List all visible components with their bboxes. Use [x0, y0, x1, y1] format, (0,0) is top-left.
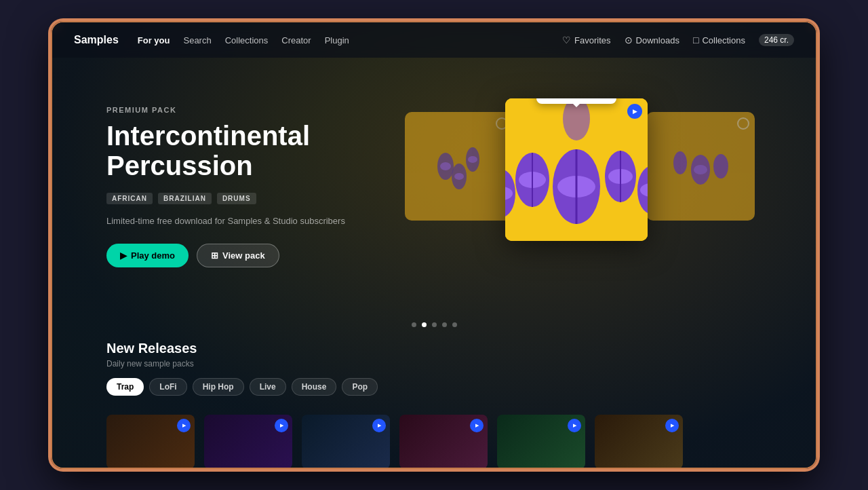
- svg-point-2: [440, 162, 451, 170]
- play-icon: ▶: [120, 250, 127, 261]
- collections-button[interactable]: □ Collections: [693, 35, 745, 45]
- tooltip-line2: Percussion: [555, 98, 599, 100]
- hero-buttons: ▶ Play demo ⊞ View pack: [106, 244, 391, 267]
- nav-link-collections[interactable]: Collections: [225, 35, 269, 45]
- hero-description: Limited-time free download for Samples &…: [106, 215, 391, 227]
- album-card-left: [405, 112, 513, 221]
- filter-hiphop[interactable]: Hip Hop: [193, 378, 244, 396]
- tag-brazilian: BRAZILIAN: [158, 193, 212, 204]
- filter-live[interactable]: Live: [250, 378, 286, 396]
- svg-point-4: [468, 156, 477, 163]
- tag-drums: DRUMS: [217, 193, 256, 204]
- download-icon: ⊙: [625, 35, 633, 45]
- carousel-dots: [52, 316, 816, 341]
- grid-icon: ⊞: [211, 250, 218, 261]
- heart-icon: ♡: [562, 35, 571, 45]
- svg-point-6: [454, 173, 464, 180]
- favorites-label: Favorites: [574, 35, 610, 45]
- sample-card-3-play[interactable]: ▶: [372, 419, 386, 432]
- svg-point-24: [694, 165, 707, 174]
- dot-4[interactable]: [442, 322, 447, 327]
- play-demo-button[interactable]: ▶ Play demo: [106, 244, 189, 267]
- album-card-main[interactable]: Intercontinental Percussion ▶: [505, 98, 648, 241]
- collections-label: Collections: [702, 35, 745, 45]
- sample-cards-row: ▶ ▶ ▶ ▶ ▶ ▶: [52, 407, 816, 469]
- new-releases-title: New Releases: [106, 341, 762, 356]
- nav-right: ♡ Favorites ⊙ Downloads □ Collections 24…: [562, 34, 794, 46]
- nav-link-plugin[interactable]: Plugin: [325, 35, 349, 45]
- downloads-label: Downloads: [636, 35, 679, 45]
- dot-2[interactable]: [422, 322, 427, 327]
- dot-3[interactable]: [432, 322, 437, 327]
- favorites-button[interactable]: ♡ Favorites: [562, 35, 610, 45]
- filter-tags: Trap LoFi Hip Hop Live House Pop: [106, 378, 762, 396]
- play-icon-s5: ▶: [573, 423, 576, 428]
- sample-card-5-play[interactable]: ▶: [568, 419, 581, 432]
- filter-pop[interactable]: Pop: [342, 378, 378, 396]
- nav-links: For you Search Collections Creator Plugi…: [138, 35, 562, 45]
- svg-point-25: [673, 151, 687, 174]
- hero-tags: AFRICAN BRAZILIAN DRUMS: [106, 193, 391, 204]
- filter-lofi[interactable]: LoFi: [149, 378, 186, 396]
- dot-1[interactable]: [412, 322, 416, 327]
- album-card-right: [646, 112, 755, 221]
- premium-label: PREMIUM PACK: [106, 106, 391, 114]
- navbar: Samples For you Search Collections Creat…: [52, 22, 816, 58]
- sample-card-3[interactable]: ▶: [302, 415, 390, 469]
- card-right-play-indicator: [737, 117, 749, 130]
- play-icon-s2: ▶: [280, 423, 283, 428]
- sample-card-2-play[interactable]: ▶: [275, 419, 288, 432]
- folder-icon: □: [693, 35, 698, 45]
- nav-link-foryou[interactable]: For you: [138, 35, 170, 45]
- new-releases-section: New Releases Daily new sample packs Trap…: [52, 341, 816, 407]
- dot-5[interactable]: [452, 322, 457, 327]
- hero-content: PREMIUM PACK Intercontinental Percussion…: [106, 106, 391, 267]
- play-icon-main: ▶: [633, 108, 637, 115]
- sample-card-5[interactable]: ▶: [497, 415, 585, 469]
- filter-trap[interactable]: Trap: [106, 378, 144, 396]
- filter-house[interactable]: House: [292, 378, 337, 396]
- credits-badge: 246 cr.: [759, 34, 794, 46]
- svg-point-26: [713, 154, 728, 178]
- sample-card-6-play[interactable]: ▶: [665, 419, 679, 432]
- play-icon-s4: ▶: [475, 423, 479, 428]
- play-icon-s1: ▶: [182, 423, 186, 428]
- sample-card-1-play[interactable]: ▶: [177, 419, 191, 432]
- sample-card-4-play[interactable]: ▶: [470, 419, 484, 432]
- album-tooltip: Intercontinental Percussion: [536, 98, 616, 104]
- new-releases-subtitle: Daily new sample packs: [106, 359, 762, 369]
- tag-african: AFRICAN: [106, 193, 153, 204]
- hero-images: Intercontinental Percussion ▶: [391, 92, 762, 282]
- downloads-button[interactable]: ⊙ Downloads: [625, 35, 679, 45]
- sample-card-6[interactable]: ▶: [595, 415, 683, 469]
- hero-title: Intercontinental Percussion: [106, 121, 391, 181]
- main-card-play-indicator[interactable]: ▶: [627, 104, 642, 119]
- sample-card-1[interactable]: ▶: [106, 415, 195, 469]
- play-icon-s3: ▶: [378, 423, 381, 428]
- nav-logo: Samples: [74, 34, 119, 46]
- nav-link-creator[interactable]: Creator: [281, 35, 311, 45]
- play-icon-s6: ▶: [671, 423, 674, 428]
- nav-link-search[interactable]: Search: [183, 35, 211, 45]
- sample-card-4[interactable]: ▶: [399, 415, 488, 469]
- view-pack-button[interactable]: ⊞ View pack: [197, 244, 279, 267]
- hero-section: PREMIUM PACK Intercontinental Percussion…: [52, 58, 816, 316]
- sample-card-2[interactable]: ▶: [204, 415, 292, 469]
